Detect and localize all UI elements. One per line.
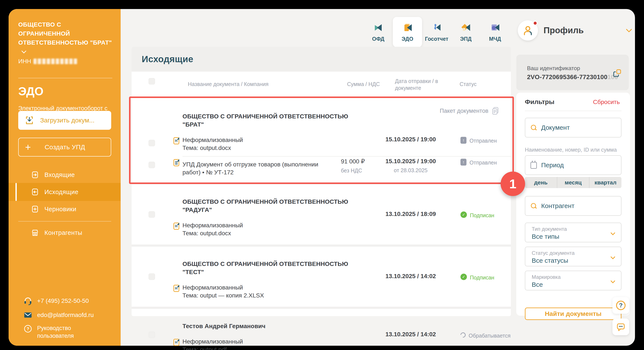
select-value: Все <box>532 281 543 288</box>
upload-button-label: Загрузить докум... <box>40 117 94 124</box>
document-search-field[interactable]: Документ <box>525 118 622 137</box>
sidebar-item-контрагенты[interactable]: Контрагенты <box>8 225 121 241</box>
create-button-label: Создать УПД <box>45 143 85 151</box>
period-option-месяц[interactable]: месяц <box>557 177 589 188</box>
chevron-down-icon <box>610 255 616 260</box>
select-label: Маркировка <box>532 274 561 280</box>
document-title: НеформализованныйТема: output — копия 2.… <box>182 284 333 299</box>
document-type: Неформализованный <box>182 221 333 229</box>
sidebar: ОБЩЕСТВО С ОГРАНИЧЕННОЙ ОТВЕТСТВЕННОСТЬЮ… <box>8 9 121 346</box>
document-subject: Тема: output.docx <box>182 229 333 237</box>
sidebar-nav: ВходящиеИсходящиеЧерновикиКонтрагенты <box>8 167 121 241</box>
calendar-icon <box>530 162 537 169</box>
filters-panel: Фильтры Сбросить Документ Наименование, … <box>516 93 630 316</box>
document-row[interactable]: НеформализованныйТема: output.docx <box>182 220 511 239</box>
doc-out-icon <box>31 188 39 196</box>
support-phone[interactable]: +7 (495) 252-50-50 <box>24 296 89 305</box>
create-upd-button[interactable]: + Создать УПД <box>18 138 111 157</box>
sent-date: 15.10.2025 / 19:00 <box>378 136 443 143</box>
user-guide-link[interactable]: ? Руководство пользователя <box>24 324 93 340</box>
document-type: Неформализованный <box>182 338 333 346</box>
document-row[interactable]: НеформализованныйТема: output.docx15.10.… <box>182 135 511 153</box>
chat-bubble-icon <box>616 322 626 332</box>
sidebar-item-label: Исходящие <box>44 189 78 196</box>
informal-document-icon <box>174 137 179 144</box>
upload-document-button[interactable]: Загрузить докум... <box>18 111 111 130</box>
select-label: Тип документа <box>532 226 567 232</box>
search-icon <box>530 124 537 131</box>
contractor-search-placeholder: Контрагент <box>541 202 574 210</box>
row-checkbox[interactable] <box>148 140 155 146</box>
profile-label: Профиль <box>544 25 584 35</box>
select-doc-type[interactable]: Тип документаВсе типы <box>525 223 622 242</box>
identifier-label: Ваш идентификатор <box>527 65 580 72</box>
document-group: Тестов Андрей ГермановичНеформализованны… <box>132 307 511 350</box>
filters-title: Фильтры <box>525 98 554 105</box>
company-switcher[interactable]: ОБЩЕСТВО С ОГРАНИЧЕННОЙ ОТВЕТСТВЕННОСТЬЮ… <box>18 20 113 56</box>
sidebar-item-исходящие[interactable]: Исходящие <box>8 183 121 201</box>
period-option-день[interactable]: день <box>525 177 557 188</box>
divider <box>18 78 112 78</box>
status-label: Подписан <box>470 275 494 281</box>
contractor-search-field[interactable]: Контрагент <box>525 196 622 216</box>
period-field[interactable]: Период <box>525 155 622 175</box>
tab-label: ОФД <box>372 36 384 42</box>
status-label: Подписан <box>470 212 494 219</box>
informal-document-icon <box>174 339 179 346</box>
date-cell: 13.10.2025 / 18:09 <box>378 211 443 217</box>
мчд-icon <box>490 22 500 34</box>
help-button[interactable]: ? <box>612 297 629 314</box>
select-label: Статус документа <box>532 250 575 256</box>
sidebar-item-черновики[interactable]: Черновики <box>8 201 121 217</box>
find-documents-button[interactable]: Найти документы <box>525 308 622 320</box>
package-label: Пакет документов <box>440 107 499 115</box>
company-name: ОБЩЕСТВО С ОГРАНИЧЕННОЙ ОТВЕТСТВЕННОСТЬЮ… <box>182 112 354 129</box>
censored-inn-value <box>34 58 78 64</box>
sent-date: 13.10.2025 / 18:09 <box>378 211 443 217</box>
profile-menu[interactable]: Профиль <box>518 20 626 40</box>
document-type: УПД Документ об отгрузке товаров (выполн… <box>182 160 333 176</box>
status-badge: ✓Подписан <box>460 274 514 281</box>
company-name: ОБЩЕСТВО С ОГРАНИЧЕННОЙ ОТВЕТСТВЕННОСТЬЮ… <box>182 260 354 276</box>
document-date: от 28.03.2025 <box>378 167 443 173</box>
tab-label: МЧД <box>489 36 501 42</box>
tab-эдо[interactable]: ЭДО <box>393 17 422 47</box>
tab-госотчет[interactable]: Госотчет <box>422 17 451 47</box>
date-cell: 15.10.2025 / 19:00 <box>378 136 443 143</box>
select-all-checkbox[interactable] <box>148 78 155 84</box>
sent-date: 13.10.2025 / 14:02 <box>378 331 443 338</box>
tab-label: ЭПД <box>460 36 472 42</box>
store-icon <box>31 229 39 237</box>
period-option-квартал[interactable]: квартал <box>589 177 622 188</box>
tab-мчд[interactable]: МЧД <box>480 17 510 47</box>
row-checkbox[interactable] <box>148 211 155 218</box>
document-type: Неформализованный <box>182 136 333 144</box>
doc-plus-icon <box>31 205 39 213</box>
select-marking[interactable]: МаркировкаВсе <box>525 271 622 290</box>
row-checkbox[interactable] <box>148 162 155 168</box>
copy-icon[interactable] <box>612 68 622 78</box>
tab-эпд[interactable]: ЭПД <box>451 17 480 47</box>
identifier-box: Ваш идентификатор 2VO-7720695366-7723010… <box>516 55 629 90</box>
chat-button[interactable] <box>612 319 629 335</box>
column-header-status: Статус <box>460 81 476 87</box>
documents-card: Исходящие Название документа / Компания … <box>132 47 511 316</box>
product-title: ЭДО <box>18 84 44 98</box>
question-circle-icon: ? <box>24 324 32 333</box>
document-subject: Тема: output.docx <box>182 144 333 152</box>
status-badge: ↑Отправлен <box>460 159 514 166</box>
row-checkbox[interactable] <box>148 274 155 280</box>
sidebar-item-входящие[interactable]: Входящие <box>8 167 121 183</box>
notification-dot <box>533 21 538 25</box>
support-email[interactable]: edo@platformaofd.ru <box>24 311 94 320</box>
status-badge: ↑Отправлен <box>460 137 514 144</box>
document-row[interactable]: УПД Документ об отгрузке товаров (выполн… <box>182 156 511 176</box>
document-row[interactable]: НеформализованныйТема: output — копия 2.… <box>182 282 511 301</box>
sidebar-item-label: Входящие <box>44 171 75 178</box>
company-name: ОБЩЕСТВО С ОГРАНИЧЕННОЙ ОТВЕТСТВЕННОСТЬЮ… <box>182 198 354 214</box>
row-checkbox[interactable] <box>148 332 155 338</box>
status-processing-icon <box>460 331 467 339</box>
tab-офд[interactable]: ОФД <box>364 17 393 47</box>
reset-filters-link[interactable]: Сбросить <box>593 99 620 105</box>
select-doc-status[interactable]: Статус документаВсе статусы <box>525 247 622 266</box>
